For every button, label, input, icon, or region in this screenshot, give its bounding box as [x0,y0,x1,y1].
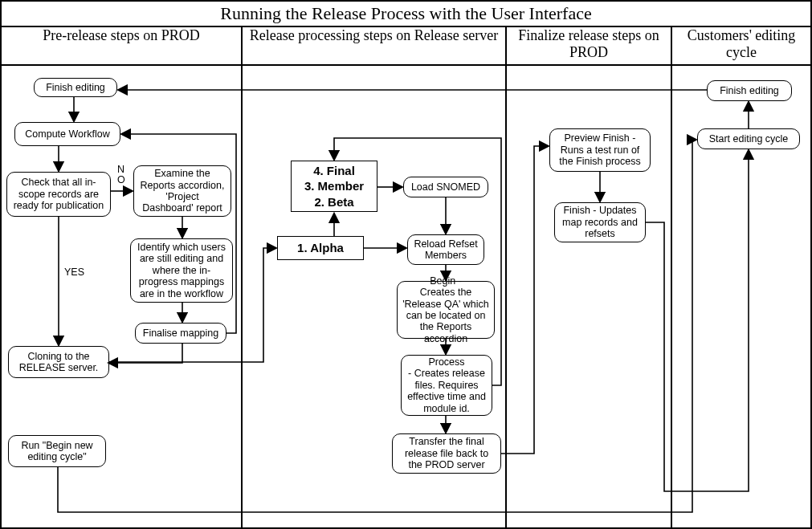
node-begin-new: Run "Begin new editing cycle" [8,435,106,467]
node-reload-refset: Reload Refset Members [407,234,484,265]
col-head-4: Customers' editing cycle [672,27,810,60]
node-process: Process - Creates release files. Require… [401,355,492,416]
node-finish-updates: Finish - Updates map records and refsets [554,202,646,242]
node-finish-editing-2: Finish editing [707,80,792,101]
node-load-snomed: Load SNOMED [403,177,488,197]
col-head-3: Finalize release steps on PROD [507,27,671,60]
node-finalise-mapping: Finalise mapping [135,323,226,344]
node-preview-finish: Preview Finish - Runs a test run of the … [549,128,651,172]
hline-header [2,64,810,66]
node-begin-qa: Begin - Creates the 'Release QA' which c… [397,281,495,339]
col-head-2: Release processing steps on Release serv… [243,27,505,44]
node-start-editing: Start editing cycle [697,128,800,149]
label-no: NO [117,165,125,185]
node-cloning: Cloning to the RELEASE server. [8,346,109,378]
node-check-inscope: Check that all in-scope records are read… [6,172,111,217]
diagram-title: Running the Release Process with the Use… [2,3,810,24]
label-yes: YES [64,267,84,278]
vline-2 [505,26,507,527]
node-stages-top: 4. Final 3. Member 2. Beta [291,161,377,212]
node-examine-reports: Examine the Reports accordion, 'Project … [133,165,231,217]
node-compute-workflow: Compute Workflow [14,122,120,146]
node-identify-users: Identify which users are still editing a… [130,238,233,303]
vline-3 [671,26,672,527]
diagram-frame: Running the Release Process with the Use… [0,0,812,529]
col-head-1: Pre-release steps on PROD [2,27,241,44]
node-finish-editing-1: Finish editing [34,78,117,97]
node-transfer: Transfer the final release file back to … [392,433,501,474]
node-stages-alpha: 1. Alpha [277,236,364,260]
vline-1 [241,26,243,527]
